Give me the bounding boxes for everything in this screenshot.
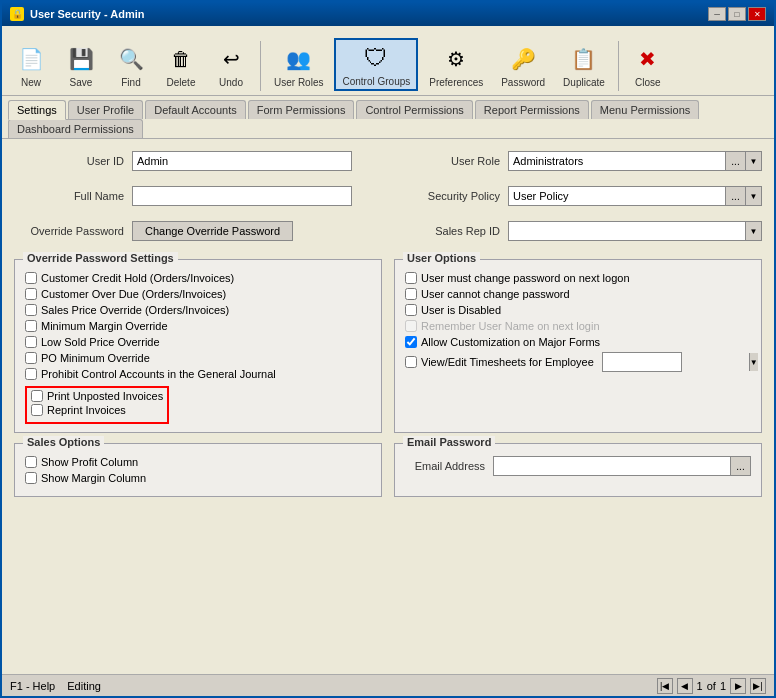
group-boxes-row1: Override Password Settings Customer Cred… xyxy=(14,259,762,443)
timesheets-employee-combo[interactable]: ▼ xyxy=(602,352,682,372)
user-role-label: User Role xyxy=(390,155,500,167)
tab-user-profile[interactable]: User Profile xyxy=(68,100,143,119)
user-options-group-content: User must change password on next logon … xyxy=(405,272,751,372)
nav-prev-button[interactable]: ◀ xyxy=(677,678,693,694)
email-address-label: Email Address xyxy=(405,460,485,472)
allow-customization-checkbox[interactable] xyxy=(405,336,417,348)
change-override-password-button[interactable]: Change Override Password xyxy=(132,221,293,241)
email-address-combo[interactable]: ... xyxy=(493,456,751,476)
remember-username-checkbox xyxy=(405,320,417,332)
email-address-input[interactable] xyxy=(494,457,730,475)
user-roles-icon: 👥 xyxy=(283,43,315,75)
delete-button[interactable]: 🗑 Delete xyxy=(158,40,204,91)
title-controls: ─ □ ✕ xyxy=(708,7,766,21)
customer-over-due-row: Customer Over Due (Orders/Invoices) xyxy=(25,288,371,300)
po-minimum-checkbox[interactable] xyxy=(25,352,37,364)
minimize-button[interactable]: ─ xyxy=(708,7,726,21)
reprint-invoices-label: Reprint Invoices xyxy=(47,404,126,416)
low-sold-price-checkbox[interactable] xyxy=(25,336,37,348)
view-edit-timesheets-checkbox[interactable] xyxy=(405,356,417,368)
show-margin-checkbox[interactable] xyxy=(25,472,37,484)
prohibit-control-row: Prohibit Control Accounts in the General… xyxy=(25,368,371,380)
new-button[interactable]: 📄 New xyxy=(8,40,54,91)
tab-default-accounts[interactable]: Default Accounts xyxy=(145,100,246,119)
email-address-dots-button[interactable]: ... xyxy=(730,457,750,475)
nav-last-button[interactable]: ▶| xyxy=(750,678,766,694)
override-password-group-content: Customer Credit Hold (Orders/Invoices) C… xyxy=(25,272,371,424)
sales-price-override-checkbox[interactable] xyxy=(25,304,37,316)
find-button[interactable]: 🔍 Find xyxy=(108,40,154,91)
toolbar-divider-2 xyxy=(618,41,619,91)
close-toolbar-button[interactable]: ✖ Close xyxy=(625,40,671,91)
control-groups-button[interactable]: 🛡 Control Groups xyxy=(334,38,418,91)
customer-over-due-checkbox[interactable] xyxy=(25,288,37,300)
group-boxes-row2: Sales Options Show Profit Column Show Ma… xyxy=(14,443,762,507)
must-change-password-label: User must change password on next logon xyxy=(421,272,630,284)
reprint-invoices-checkbox[interactable] xyxy=(31,404,43,416)
allow-customization-row: Allow Customization on Major Forms xyxy=(405,336,751,348)
password-icon: 🔑 xyxy=(507,43,539,75)
security-policy-combo[interactable]: ... ▼ xyxy=(508,186,762,206)
undo-button[interactable]: ↩ Undo xyxy=(208,40,254,91)
sales-options-group-title: Sales Options xyxy=(23,436,104,448)
tab-settings[interactable]: Settings xyxy=(8,100,66,120)
help-text: F1 - Help xyxy=(10,680,55,692)
undo-label: Undo xyxy=(219,77,243,88)
user-role-combo[interactable]: ... ▼ xyxy=(508,151,762,171)
prohibit-control-checkbox[interactable] xyxy=(25,368,37,380)
tab-dashboard-permissions[interactable]: Dashboard Permissions xyxy=(8,119,143,138)
email-password-group-title: Email Password xyxy=(403,436,495,448)
window-title: User Security - Admin xyxy=(30,8,145,20)
close-toolbar-icon: ✖ xyxy=(632,43,664,75)
duplicate-button[interactable]: 📋 Duplicate xyxy=(556,40,612,91)
tab-form-permissions[interactable]: Form Permissions xyxy=(248,100,355,119)
sales-rep-combo[interactable]: ▼ xyxy=(508,221,762,241)
password-button[interactable]: 🔑 Password xyxy=(494,40,552,91)
timesheets-employee-input[interactable] xyxy=(603,353,749,371)
tab-report-permissions[interactable]: Report Permissions xyxy=(475,100,589,119)
tab-control-permissions[interactable]: Control Permissions xyxy=(356,100,472,119)
control-groups-label: Control Groups xyxy=(342,76,410,87)
tab-menu-permissions[interactable]: Menu Permissions xyxy=(591,100,699,119)
must-change-password-row: User must change password on next logon xyxy=(405,272,751,284)
maximize-button[interactable]: □ xyxy=(728,7,746,21)
full-name-input[interactable] xyxy=(132,186,352,206)
cannot-change-password-checkbox[interactable] xyxy=(405,288,417,300)
security-policy-dropdown-button[interactable]: ▼ xyxy=(745,187,761,205)
user-role-dots-button[interactable]: ... xyxy=(725,152,745,170)
must-change-password-checkbox[interactable] xyxy=(405,272,417,284)
main-content: User ID Full Name Override Password Chan… xyxy=(2,139,774,674)
undo-icon: ↩ xyxy=(215,43,247,75)
sales-rep-dropdown-button[interactable]: ▼ xyxy=(745,222,761,240)
show-profit-checkbox[interactable] xyxy=(25,456,37,468)
print-unposted-row: Print Unposted Invoices xyxy=(31,390,163,402)
customer-credit-hold-checkbox[interactable] xyxy=(25,272,37,284)
save-button[interactable]: 💾 Save xyxy=(58,40,104,91)
user-disabled-checkbox[interactable] xyxy=(405,304,417,316)
security-policy-dots-button[interactable]: ... xyxy=(725,187,745,205)
user-roles-button[interactable]: 👥 User Roles xyxy=(267,40,330,91)
security-policy-label: Security Policy xyxy=(390,190,500,202)
minimum-margin-label: Minimum Margin Override xyxy=(41,320,168,332)
save-icon: 💾 xyxy=(65,43,97,75)
print-unposted-checkbox[interactable] xyxy=(31,390,43,402)
new-label: New xyxy=(21,77,41,88)
user-role-dropdown-button[interactable]: ▼ xyxy=(745,152,761,170)
user-role-input[interactable] xyxy=(509,152,725,170)
reprint-invoices-row: Reprint Invoices xyxy=(31,404,163,416)
security-policy-input[interactable] xyxy=(509,187,725,205)
minimum-margin-checkbox[interactable] xyxy=(25,320,37,332)
user-id-input[interactable] xyxy=(132,151,352,171)
low-sold-price-label: Low Sold Price Override xyxy=(41,336,160,348)
main-window: 🔒 User Security - Admin ─ □ ✕ 📄 New 💾 Sa… xyxy=(0,0,776,698)
nav-first-button[interactable]: |◀ xyxy=(657,678,673,694)
preferences-icon: ⚙ xyxy=(440,43,472,75)
timesheets-employee-dropdown[interactable]: ▼ xyxy=(749,353,758,371)
sales-rep-input[interactable] xyxy=(509,222,745,240)
preferences-button[interactable]: ⚙ Preferences xyxy=(422,40,490,91)
user-id-row: User ID xyxy=(14,151,374,171)
nav-next-button[interactable]: ▶ xyxy=(730,678,746,694)
close-window-button[interactable]: ✕ xyxy=(748,7,766,21)
po-minimum-row: PO Minimum Override xyxy=(25,352,371,364)
sales-rep-row: Sales Rep ID ▼ xyxy=(390,221,762,241)
